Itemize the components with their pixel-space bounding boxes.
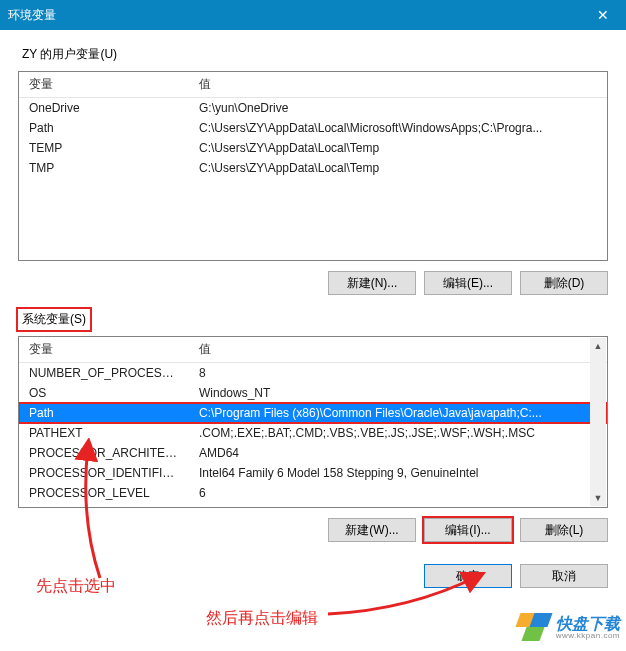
col-var[interactable]: 变量 bbox=[19, 72, 189, 98]
table-row[interactable]: PROCESSOR_IDENTIFIERIntel64 Family 6 Mod… bbox=[19, 463, 607, 483]
col-val[interactable]: 值 bbox=[189, 337, 607, 363]
cell-var: TMP bbox=[19, 158, 189, 178]
user-delete-button[interactable]: 删除(D) bbox=[520, 271, 608, 295]
cell-val: AMD64 bbox=[189, 443, 607, 463]
col-var[interactable]: 变量 bbox=[19, 337, 189, 363]
col-val[interactable]: 值 bbox=[189, 72, 607, 98]
system-delete-button[interactable]: 删除(L) bbox=[520, 518, 608, 542]
watermark-text: 快盘下载 www.kkpan.com bbox=[556, 616, 620, 640]
user-vars-table-wrap: 变量 值 OneDriveG:\yun\OneDrivePathC:\Users… bbox=[18, 71, 608, 261]
dialog-button-row: 确定 取消 bbox=[0, 556, 626, 602]
system-new-button[interactable]: 新建(W)... bbox=[328, 518, 416, 542]
user-vars-section: ZY 的用户变量(U) 变量 值 OneDriveG:\yun\OneDrive… bbox=[18, 44, 608, 295]
system-vars-label: 系统变量(S) bbox=[18, 309, 90, 330]
table-row[interactable]: OneDriveG:\yun\OneDrive bbox=[19, 98, 607, 119]
table-row[interactable]: PathC:\Users\ZY\AppData\Local\Microsoft\… bbox=[19, 118, 607, 138]
close-button[interactable]: ✕ bbox=[580, 0, 626, 30]
table-row[interactable]: TMPC:\Users\ZY\AppData\Local\Temp bbox=[19, 158, 607, 178]
watermark-logo-icon bbox=[518, 613, 552, 643]
cancel-button[interactable]: 取消 bbox=[520, 564, 608, 588]
window-title: 环境变量 bbox=[8, 7, 56, 24]
table-row[interactable]: PathC:\Program Files (x86)\Common Files\… bbox=[19, 403, 607, 423]
cell-var: Path bbox=[19, 118, 189, 138]
scroll-up-icon[interactable]: ▲ bbox=[590, 338, 606, 354]
cell-val: C:\Users\ZY\AppData\Local\Microsoft\Wind… bbox=[189, 118, 607, 138]
cell-val: 6 bbox=[189, 483, 607, 503]
annotation-step2: 然后再点击编辑 bbox=[206, 608, 318, 629]
user-edit-button[interactable]: 编辑(E)... bbox=[424, 271, 512, 295]
cell-var: PATHEXT bbox=[19, 423, 189, 443]
table-row[interactable]: NUMBER_OF_PROCESSORS8 bbox=[19, 363, 607, 384]
cell-var: TEMP bbox=[19, 138, 189, 158]
table-row[interactable]: OSWindows_NT bbox=[19, 383, 607, 403]
cell-var: Path bbox=[19, 403, 189, 423]
cell-val: G:\yun\OneDrive bbox=[189, 98, 607, 119]
user-vars-table: 变量 值 OneDriveG:\yun\OneDrivePathC:\Users… bbox=[19, 72, 607, 178]
scroll-track[interactable] bbox=[590, 354, 606, 490]
cell-val: 8 bbox=[189, 363, 607, 384]
table-row[interactable]: PROCESSOR_ARCHITECTAMD64 bbox=[19, 443, 607, 463]
close-icon: ✕ bbox=[597, 7, 609, 23]
cell-val: Windows_NT bbox=[189, 383, 607, 403]
cell-var: PROCESSOR_LEVEL bbox=[19, 483, 189, 503]
cell-val: C:\Users\ZY\AppData\Local\Temp bbox=[189, 158, 607, 178]
scrollbar[interactable]: ▲ ▼ bbox=[590, 338, 606, 506]
cell-val: C:\Users\ZY\AppData\Local\Temp bbox=[189, 138, 607, 158]
cell-var: PROCESSOR_IDENTIFIER bbox=[19, 463, 189, 483]
table-row[interactable]: PROCESSOR_LEVEL6 bbox=[19, 483, 607, 503]
cell-var: OS bbox=[19, 383, 189, 403]
cell-var: NUMBER_OF_PROCESSORS bbox=[19, 363, 189, 384]
system-vars-table: 变量 值 NUMBER_OF_PROCESSORS8OSWindows_NTPa… bbox=[19, 337, 607, 503]
titlebar: 环境变量 ✕ bbox=[0, 0, 626, 30]
user-new-button[interactable]: 新建(N)... bbox=[328, 271, 416, 295]
dialog-content: ZY 的用户变量(U) 变量 值 OneDriveG:\yun\OneDrive… bbox=[0, 30, 626, 556]
system-edit-button[interactable]: 编辑(I)... bbox=[424, 518, 512, 542]
cell-var: PROCESSOR_ARCHITECT bbox=[19, 443, 189, 463]
table-row[interactable]: PATHEXT.COM;.EXE;.BAT;.CMD;.VBS;.VBE;.JS… bbox=[19, 423, 607, 443]
cell-val: C:\Program Files (x86)\Common Files\Orac… bbox=[189, 403, 607, 423]
cell-val: Intel64 Family 6 Model 158 Stepping 9, G… bbox=[189, 463, 607, 483]
system-vars-table-wrap: 变量 值 NUMBER_OF_PROCESSORS8OSWindows_NTPa… bbox=[18, 336, 608, 508]
watermark-url: www.kkpan.com bbox=[556, 632, 620, 640]
watermark-title: 快盘下载 bbox=[556, 616, 620, 632]
cell-var: OneDrive bbox=[19, 98, 189, 119]
user-button-row: 新建(N)... 编辑(E)... 删除(D) bbox=[18, 271, 608, 295]
watermark: 快盘下载 www.kkpan.com bbox=[518, 613, 620, 643]
ok-button[interactable]: 确定 bbox=[424, 564, 512, 588]
user-vars-label: ZY 的用户变量(U) bbox=[18, 44, 121, 65]
scroll-down-icon[interactable]: ▼ bbox=[590, 490, 606, 506]
table-row[interactable]: TEMPC:\Users\ZY\AppData\Local\Temp bbox=[19, 138, 607, 158]
system-vars-section: 系统变量(S) 变量 值 NUMBER_OF_PROCESSORS8OSWind… bbox=[18, 309, 608, 542]
system-button-row: 新建(W)... 编辑(I)... 删除(L) bbox=[18, 518, 608, 542]
cell-val: .COM;.EXE;.BAT;.CMD;.VBS;.VBE;.JS;.JSE;.… bbox=[189, 423, 607, 443]
